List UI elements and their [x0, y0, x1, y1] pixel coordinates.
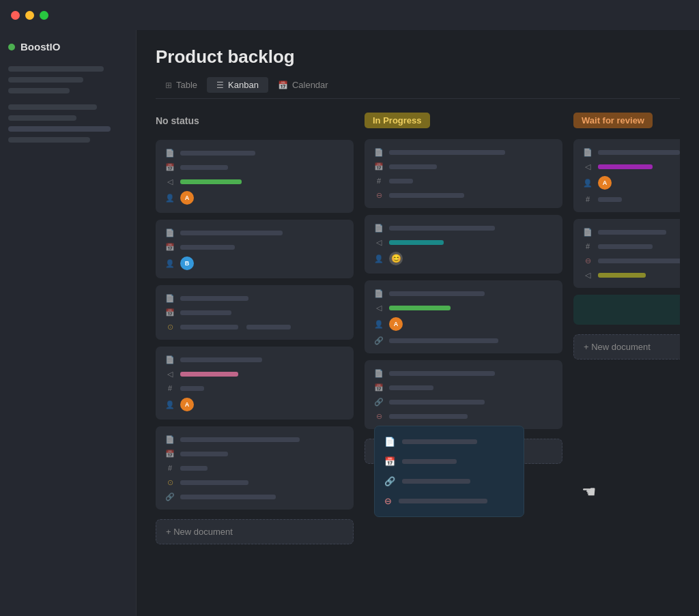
dropdown-link-label: [402, 479, 470, 484]
maximize-button[interactable]: [40, 11, 48, 20]
tab-calendar-label: Calendar: [292, 80, 328, 90]
card-ns-5[interactable]: 📄 📅 # ⊙ 🔗: [156, 426, 354, 510]
card-ip-2-row2: ◁: [374, 237, 553, 247]
card-ns-4-num: [180, 386, 204, 391]
card-ns-4-avatar: A: [180, 398, 194, 411]
card-ns-1-row2: 📅: [165, 162, 344, 172]
app-layout: BoostIO Product backlog ⊞ Table ☰ Kanban: [0, 30, 699, 616]
tab-table[interactable]: ⊞ Table: [156, 77, 207, 93]
doc-icon-ip1: 📄: [374, 147, 384, 157]
sidebar-item-3[interactable]: [8, 126, 111, 132]
card-ns-3[interactable]: 📄 📅 ⊙: [156, 285, 354, 340]
view-tabs: ⊞ Table ☰ Kanban 📅 Calendar: [156, 77, 680, 99]
card-wr-2[interactable]: 📄 # ⊖ ◁: [573, 219, 680, 288]
card-ip-2-row1: 📄: [374, 223, 553, 233]
card-ns-3-row2: 📅: [165, 308, 344, 317]
close-button[interactable]: [11, 11, 20, 20]
card-ns-3-row3: ⊙: [165, 322, 344, 332]
card-ns-5-field: [180, 480, 248, 485]
card-ip-4-status: [389, 414, 468, 419]
card-ip-1-num: [389, 179, 413, 184]
sidebar-item-4[interactable]: [8, 137, 90, 143]
dropdown-item-doc[interactable]: 📄: [375, 432, 524, 452]
tab-kanban-label: Kanban: [228, 80, 259, 90]
card-ns-5-num: [180, 466, 208, 471]
doc-icon-ip4: 📄: [374, 368, 384, 378]
card-ns-4-title: [180, 357, 262, 362]
hash-icon-5: #: [165, 463, 175, 473]
card-ip-4-row3: 🔗: [374, 397, 553, 407]
card-ip-2-title: [389, 226, 495, 231]
tab-kanban[interactable]: ☰ Kanban: [207, 77, 268, 93]
hash-icon: #: [165, 383, 175, 393]
date-icon-5: 📅: [165, 449, 175, 458]
card-ns-4[interactable]: 📄 ◁ # 👤 A: [156, 347, 354, 420]
card-ip-4-row4: ⊖: [374, 411, 553, 421]
tag-icon-wr2b: ◁: [583, 270, 593, 280]
card-ip-2-avatar: 😊: [389, 252, 403, 265]
card-ip-1-status: [389, 193, 464, 198]
card-ip-1-row1: 📄: [374, 147, 553, 157]
page-title: Product backlog: [156, 46, 680, 68]
card-ns-3-field2: [246, 325, 291, 329]
card-ip-2[interactable]: 📄 ◁ 👤 😊: [365, 215, 562, 274]
sidebar-logo[interactable]: BoostIO: [8, 41, 128, 53]
card-ns-3-row1: 📄: [165, 293, 344, 303]
card-ip-4-date: [389, 385, 433, 390]
card-wr-2-num: [598, 244, 653, 249]
date-icon-ip4: 📅: [374, 383, 384, 392]
card-wr-2-status: [598, 259, 680, 263]
card-ip-1[interactable]: 📄 📅 # ⊖: [365, 139, 562, 208]
card-wr-1-row3: 👤 A: [583, 176, 680, 190]
sidebar-item-2[interactable]: [8, 115, 76, 121]
dropdown-date-icon: 📅: [384, 456, 395, 467]
card-wr-2-title: [598, 230, 666, 235]
card-ip-1-date: [389, 164, 437, 169]
card-ip-3-row3: 👤 A: [374, 317, 553, 331]
tab-calendar[interactable]: 📅 Calendar: [268, 77, 338, 93]
card-ns-2[interactable]: 📄 📅 👤 B: [156, 220, 354, 278]
card-ns-4-row3: #: [165, 383, 344, 393]
table-icon: ⊞: [165, 80, 172, 90]
kanban-icon: ☰: [216, 80, 224, 90]
dropdown-item-status[interactable]: ⊖: [375, 491, 524, 511]
card-ip-4[interactable]: 📄 📅 🔗 ⊖: [365, 360, 562, 429]
sidebar-bar-2: [8, 77, 83, 83]
status-icon-ip4: ⊖: [374, 411, 384, 421]
date-icon-2: 📅: [165, 242, 175, 252]
card-ns-5-row4: ⊙: [165, 478, 344, 487]
card-ns-1-avatar: A: [180, 191, 194, 205]
card-ns-3-title: [180, 296, 248, 301]
card-ip-3-row4: 🔗: [374, 336, 553, 345]
link-icon-5: 🔗: [165, 492, 175, 501]
minimize-button[interactable]: [25, 11, 34, 20]
dropdown-item-link[interactable]: 🔗: [375, 471, 524, 491]
person-icon: 👤: [165, 193, 175, 203]
new-doc-button-col1[interactable]: + New document: [156, 519, 354, 544]
card-ip-3-tag: [389, 306, 451, 310]
new-doc-button-col3[interactable]: + New document: [573, 334, 680, 360]
dropdown-doc-icon: 📄: [384, 437, 395, 447]
sidebar-item-1[interactable]: [8, 104, 97, 110]
hash-icon-wr2: #: [583, 241, 593, 251]
person-icon-ip3: 👤: [374, 319, 384, 329]
card-ip-3-avatar: A: [389, 317, 403, 331]
dropdown-item-date[interactable]: 📅: [375, 452, 524, 471]
card-ip-3[interactable]: 📄 ◁ 👤 A 🔗: [365, 280, 562, 353]
card-ip-3-row1: 📄: [374, 289, 553, 298]
column-wait-review-header: Wait for review: [573, 113, 680, 128]
doc-icon-ip3: 📄: [374, 289, 384, 298]
card-wr-1[interactable]: 📄 ◁ 👤 A #: [573, 139, 680, 212]
card-ns-1[interactable]: 📄 📅 ◁ 👤 A: [156, 140, 354, 213]
date-icon-3: 📅: [165, 308, 175, 317]
card-ip-2-tag: [389, 240, 444, 245]
tag-icon-2: ◁: [165, 369, 175, 379]
dropdown-link-icon: 🔗: [384, 476, 395, 486]
sidebar-logo-dot: [8, 44, 15, 50]
column-wait-review: Wait for review 📄 ◁ 👤 A: [573, 113, 680, 611]
sidebar-bar-3: [8, 88, 70, 93]
tag-icon-ip3: ◁: [374, 303, 384, 312]
card-ns-1-title: [180, 151, 255, 156]
column-wait-review-label: Wait for review: [573, 113, 653, 128]
card-wr-highlight: [573, 295, 680, 325]
